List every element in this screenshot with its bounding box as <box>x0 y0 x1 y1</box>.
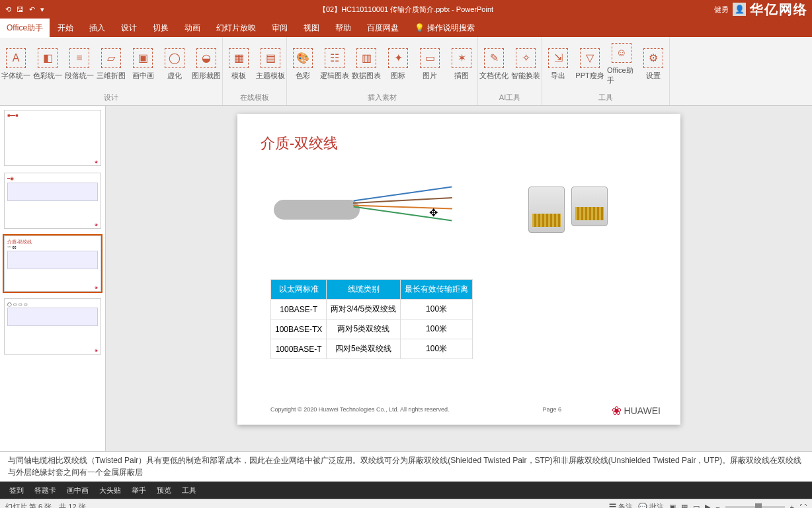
slide-canvas[interactable]: 介质-双绞线 ✥ 以太网标准 线缆类别 最长有效传输距离 10BASE <box>106 106 812 451</box>
template-button[interactable]: ▦模板 <box>223 37 255 91</box>
ethernet-standards-table: 以太网标准 线缆类别 最长有效传输距离 10BASE-T 两对3/4/5类双绞线… <box>270 279 473 359</box>
tab-slideshow[interactable]: 幻灯片放映 <box>208 19 264 38</box>
table-row: 1000BASE-T 四对5e类双绞线 100米 <box>271 339 473 359</box>
logic-chart-button[interactable]: ☷逻辑图表 <box>319 37 350 91</box>
slide-counter: 幻灯片 第 6 张，共 12 张 <box>5 502 86 508</box>
color-unify-button[interactable]: ◧色彩统一 <box>32 37 63 91</box>
ribbon-group-templates: ▦模板 ▤主题模板 在线模板 <box>223 37 287 105</box>
slide-thumbnail[interactable]: ■━━■❀ <box>4 110 101 166</box>
rj45-connector-image <box>528 187 628 239</box>
current-slide: 介质-双绞线 ✥ 以太网标准 线缆类别 最长有效传输距离 10BASE <box>237 114 680 425</box>
table-row: 10BASE-T 两对3/4/5类双绞线 100米 <box>271 300 473 319</box>
status-bar: 幻灯片 第 6 张，共 12 张 ☰ 备注 💬 批注 ▣ ▦ ▭ ▶ − + ⛶ <box>0 499 812 508</box>
table-row: 100BASE-TX 两对5类双绞线 100米 <box>271 319 473 339</box>
sticker-button[interactable]: 大头贴 <box>99 486 121 495</box>
tab-review[interactable]: 审阅 <box>264 19 296 38</box>
autosave-icon[interactable]: ⟲ <box>5 5 11 14</box>
tab-transitions[interactable]: 切换 <box>145 19 177 38</box>
window-title: 【02】HC110110001 传输介质简介.pptx - PowerPoint <box>319 5 493 15</box>
icon-button[interactable]: ✦图标 <box>382 37 414 91</box>
theme-template-button[interactable]: ▤主题模板 <box>255 37 286 91</box>
data-chart-button[interactable]: ▥数据图表 <box>350 37 382 91</box>
checkin-button[interactable]: 签到 <box>9 486 24 495</box>
illustration-button[interactable]: ✶插图 <box>446 37 477 91</box>
tab-baidu-netdisk[interactable]: 百度网盘 <box>359 19 407 38</box>
save-icon[interactable]: 🖫 <box>17 5 24 14</box>
zoom-out-icon[interactable]: − <box>715 503 719 509</box>
lightbulb-icon: 💡 <box>415 23 425 32</box>
tab-home[interactable]: 开始 <box>50 19 81 38</box>
slide-title: 介质-双绞线 <box>261 134 657 153</box>
normal-view-icon[interactable]: ▣ <box>669 503 676 508</box>
slide-thumbnails-panel[interactable]: ■━━■❀ ━◉❀ 介质-双绞线〰 ▯▯❀ ◯▭▭▭❀ <box>0 106 106 451</box>
zoom-in-icon[interactable]: + <box>790 503 794 509</box>
user-avatar[interactable] <box>733 3 746 16</box>
tab-insert[interactable]: 插入 <box>81 19 113 38</box>
preview-button[interactable]: 预览 <box>157 486 171 495</box>
doc-optimize-button[interactable]: ✎文档优化 <box>478 37 510 91</box>
font-unify-button[interactable]: A字体统一 <box>0 37 32 91</box>
ribbon-tabs: Office助手 开始 插入 设计 切换 动画 幻灯片放映 审阅 视图 帮助 百… <box>0 19 812 37</box>
ribbon-group-tools: ⇲导出 ▽PPT瘦身 ☺Office助手 ⚙设置 工具 <box>542 37 670 105</box>
paragraph-unify-button[interactable]: ≡段落统一 <box>63 37 95 91</box>
tab-animations[interactable]: 动画 <box>177 19 208 38</box>
slide-thumbnail[interactable]: ◯▭▭▭❀ <box>4 298 101 355</box>
table-header: 线缆类别 <box>327 280 401 300</box>
table-header: 最长有效传输距离 <box>401 280 473 300</box>
settings-button[interactable]: ⚙设置 <box>637 37 669 91</box>
zoom-slider[interactable] <box>725 506 785 509</box>
main-area: ■━━■❀ ━◉❀ 介质-双绞线〰 ▯▯❀ ◯▭▭▭❀ 介质-双绞线 ✥ 以太网… <box>0 106 812 451</box>
ppt-slim-button[interactable]: ▽PPT瘦身 <box>574 37 606 91</box>
pip-toggle-button[interactable]: 画中画 <box>67 486 89 495</box>
picture-button[interactable]: ▭图片 <box>414 37 446 91</box>
tab-design[interactable]: 设计 <box>113 19 145 38</box>
slideshow-view-icon[interactable]: ▶ <box>705 503 710 508</box>
ribbon: A字体统一 ◧色彩统一 ≡段落统一 ▱三维折图 ▣画中画 ◯虚化 ◒图形裁图 设… <box>0 37 812 106</box>
answer-card-button[interactable]: 答题卡 <box>34 486 56 495</box>
tell-me[interactable]: 💡 操作说明搜索 <box>407 19 483 38</box>
move-cursor-icon: ✥ <box>429 206 438 219</box>
slide-thumbnail-current[interactable]: 介质-双绞线〰 ▯▯❀ <box>4 235 101 292</box>
title-bar: ⟲ 🖫 ↶ ▾ 【02】HC110110001 传输介质简介.pptx - Po… <box>0 0 812 19</box>
ribbon-group-design: A字体统一 ◧色彩统一 ≡段落统一 ▱三维折图 ▣画中画 ◯虚化 ◒图形裁图 设… <box>0 37 223 105</box>
bottom-toolbar: 签到 答题卡 画中画 大头贴 举手 预览 工具 <box>0 482 812 499</box>
huawei-logo: HUAWEI <box>612 403 661 418</box>
office-assistant-button[interactable]: ☺Office助手 <box>606 37 637 91</box>
tab-view[interactable]: 视图 <box>296 19 327 38</box>
speaker-notes[interactable]: 与同轴电缆相比双绞线（Twisted Pair）具有更低的制造和部署成本，因此在… <box>0 451 812 482</box>
3d-fold-button[interactable]: ▱三维折图 <box>95 37 127 91</box>
redo-dropdown-icon[interactable]: ▾ <box>40 5 44 14</box>
sorter-view-icon[interactable]: ▦ <box>681 503 688 508</box>
color-button[interactable]: 🎨色彩 <box>287 37 319 91</box>
table-header: 以太网标准 <box>271 280 327 300</box>
export-button[interactable]: ⇲导出 <box>542 37 574 91</box>
ribbon-group-ai-tools: ✎文档优化 ✧智能换装 AI工具 <box>478 37 542 105</box>
undo-icon[interactable]: ↶ <box>29 5 35 14</box>
ribbon-group-insert-assets: 🎨色彩 ☷逻辑图表 ▥数据图表 ✦图标 ▭图片 ✶插图 插入素材 <box>287 37 478 105</box>
blur-button[interactable]: ◯虚化 <box>159 37 190 91</box>
copyright-text: Copyright © 2020 Huawei Technologies Co.… <box>270 406 450 413</box>
comments-toggle[interactable]: 💬 批注 <box>638 502 664 508</box>
raise-hand-button[interactable]: 举手 <box>132 486 146 495</box>
tab-office-assistant[interactable]: Office助手 <box>0 19 50 38</box>
tab-help[interactable]: 帮助 <box>327 19 359 38</box>
pip-button[interactable]: ▣画中画 <box>127 37 159 91</box>
brand-watermark: 华亿网络 <box>750 1 808 19</box>
smart-restyle-button[interactable]: ✧智能换装 <box>510 37 542 91</box>
notes-toggle[interactable]: ☰ 备注 <box>609 502 633 508</box>
reading-view-icon[interactable]: ▭ <box>693 503 700 508</box>
twisted-pair-cable-image <box>274 180 446 239</box>
page-number: Page 6 <box>542 406 561 413</box>
fit-window-icon[interactable]: ⛶ <box>799 503 807 509</box>
slide-thumbnail[interactable]: ━◉❀ <box>4 173 101 229</box>
user-name: 健勇 <box>714 5 729 15</box>
tools-button[interactable]: 工具 <box>182 486 196 495</box>
shape-crop-button[interactable]: ◒图形裁图 <box>190 37 222 91</box>
